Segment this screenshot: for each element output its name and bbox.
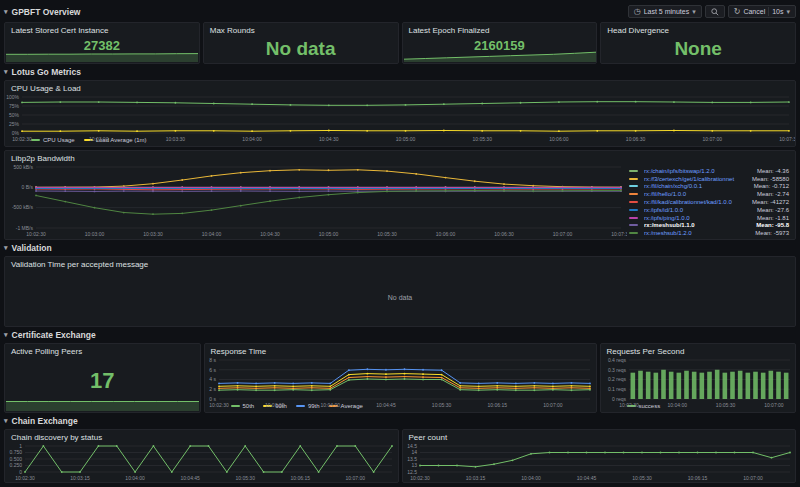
svg-text:10:05:30: 10:05:30: [632, 475, 652, 481]
svg-text:0.250: 0.250: [9, 462, 22, 468]
svg-text:10:07:00: 10:07:00: [743, 475, 763, 481]
magnifier-icon: [711, 8, 719, 16]
panel-latest-epoch-finalized: Latest Epoch Finalized 2160159: [402, 22, 598, 64]
svg-text:10:03:00: 10:03:00: [89, 136, 109, 142]
sparkline: [6, 391, 199, 411]
svg-text:10:05:30: 10:05:30: [377, 231, 397, 237]
svg-text:10:03:15: 10:03:15: [70, 475, 90, 481]
svg-text:10:02:30: 10:02:30: [209, 402, 229, 408]
legend-row[interactable]: rx:/fil/hello/1.0.0Mean: -2.74: [629, 191, 789, 198]
row-header-certificate-exchange[interactable]: ▾ Certificate Exchange: [4, 330, 796, 340]
svg-text:10:02:30: 10:02:30: [26, 231, 46, 237]
refresh-button[interactable]: ↻ Cancel 10s ▾: [728, 5, 796, 18]
svg-text:10:07:00: 10:07:00: [764, 402, 784, 408]
stat-value: No data: [204, 36, 398, 63]
row-title: Certificate Exchange: [12, 330, 96, 340]
row-title: Validation: [12, 243, 52, 253]
panel-response-time: Response Time 8 s6 s4 s2 s0 s10:02:3010:…: [204, 343, 597, 413]
svg-text:10:02:30: 10:02:30: [15, 475, 35, 481]
row-header-validation[interactable]: ▾ Validation: [4, 243, 796, 253]
svg-text:13.5: 13.5: [407, 456, 417, 462]
no-data-message: No data: [5, 270, 795, 326]
svg-text:0 s: 0 s: [209, 396, 216, 402]
svg-text:8 s: 8 s: [209, 357, 216, 363]
chevron-down-icon: ▾: [4, 8, 8, 16]
svg-text:10:04:00: 10:04:00: [202, 231, 222, 237]
svg-text:0.750: 0.750: [9, 449, 22, 455]
panel-title[interactable]: CPU Usage & Load: [5, 81, 795, 94]
svg-text:0: 0: [19, 469, 22, 475]
chain-discovery-chart[interactable]: 10.7500.5000.250010:02:3010:03:1510:04:0…: [5, 443, 398, 482]
legend-row[interactable]: rx:/ipfs/id/1.0.0Mean: -27.6: [629, 206, 789, 213]
time-range-picker[interactable]: ◷ Last 5 minutes ▾: [628, 5, 702, 18]
svg-text:10:03:30: 10:03:30: [143, 231, 163, 237]
panel-title[interactable]: Latest Epoch Finalized: [403, 23, 597, 36]
svg-text:12.5: 12.5: [407, 469, 417, 475]
svg-text:10:04:00: 10:04:00: [667, 402, 687, 408]
cpu-usage-chart[interactable]: 100%75%50%25%0%10:02:3010:03:0010:03:301…: [5, 94, 795, 137]
svg-text:10:05:00: 10:05:00: [319, 231, 339, 237]
panel-head-divergence: Head Divergence None: [600, 22, 796, 64]
panel-title[interactable]: Peer count: [403, 430, 796, 443]
panel-peer-count: Peer count 14.51413.51312.510:02:3010:03…: [402, 429, 797, 483]
panel-title[interactable]: Response Time: [205, 344, 596, 357]
svg-text:10:04:45: 10:04:45: [180, 475, 200, 481]
svg-text:10:04:00: 10:04:00: [125, 475, 145, 481]
panel-title[interactable]: Requests Per Second: [601, 344, 796, 357]
svg-text:10:06:00: 10:06:00: [549, 136, 569, 142]
panel-title[interactable]: Latest Stored Cert Instance: [5, 23, 199, 36]
panel-validation-time: Validation Time per accepted message No …: [4, 256, 796, 327]
legend-row[interactable]: rx:/meshsub/1.1.0Mean: -95.8: [629, 222, 789, 229]
row-title: Lotus Go Metrics: [12, 67, 81, 77]
svg-text:1: 1: [19, 443, 22, 449]
panel-title[interactable]: Validation Time per accepted message: [5, 257, 795, 270]
legend-row[interactable]: rx:/f3/certexch/get/1/calibrationnetMean…: [629, 175, 789, 182]
legend-row[interactable]: rx:/ipfs/ping/1.0.0Mean: -1.81: [629, 214, 789, 221]
legend-row[interactable]: rx:/fil/chain/xchg/0.0.1Mean: -0.712: [629, 183, 789, 190]
stat-value: None: [601, 36, 795, 63]
panel-cpu-usage-load: CPU Usage & Load 100%75%50%25%0%10:02:30…: [4, 80, 796, 147]
peer-count-chart[interactable]: 14.51413.51312.510:02:3010:03:1510:04:00…: [403, 443, 796, 482]
requests-per-second-chart[interactable]: 0.4 reqs0.3 reqs0.2 reqs0.1 reqs0 reqs10…: [601, 357, 796, 403]
svg-text:10:05:30: 10:05:30: [235, 475, 255, 481]
sparkline: [404, 47, 596, 62]
bandwidth-chart[interactable]: 500 kB/s0 B/s-500 kB/s-1 MB/s10:02:3010:…: [5, 164, 627, 238]
button-divider: [768, 7, 769, 16]
svg-text:14.5: 14.5: [407, 443, 417, 449]
svg-text:50%: 50%: [9, 112, 20, 118]
svg-text:10:02:30: 10:02:30: [12, 136, 32, 142]
svg-text:10:04:30: 10:04:30: [319, 136, 339, 142]
svg-text:10:07:00: 10:07:00: [543, 402, 563, 408]
panel-title[interactable]: Chain discovery by status: [5, 430, 398, 443]
panel-title[interactable]: Head Divergence: [601, 23, 795, 36]
panel-title[interactable]: Active Polling Peers: [5, 344, 200, 357]
time-range-label: Last 5 minutes: [644, 8, 690, 15]
panel-chain-discovery-by-status: Chain discovery by status 10.7500.5000.2…: [4, 429, 399, 483]
top-bar: ▾ GPBFT Overview ◷ Last 5 minutes ▾ ↻ Ca…: [4, 4, 796, 19]
row-header-lotus-go-metrics[interactable]: ▾ Lotus Go Metrics: [4, 67, 796, 77]
svg-text:0 reqs: 0 reqs: [612, 396, 626, 402]
response-time-chart[interactable]: 8 s6 s4 s2 s0 s10:02:3010:03:1510:04:001…: [205, 357, 596, 403]
row-header-chain-exchange[interactable]: ▾ Chain Exchange: [4, 416, 796, 426]
legend-row[interactable]: rx:/fil/kad/calibrationnet/kad/1.0.0Mean…: [629, 199, 789, 206]
chevron-down-icon: ▾: [4, 331, 8, 339]
bandwidth-body: 500 kB/s0 B/s-500 kB/s-1 MB/s10:02:3010:…: [5, 164, 795, 238]
refresh-interval-label: 10s: [772, 8, 783, 15]
svg-text:10:05:30: 10:05:30: [431, 402, 451, 408]
panel-title[interactable]: Libp2p Bandwidth: [5, 151, 795, 164]
svg-text:10:04:45: 10:04:45: [576, 475, 596, 481]
svg-text:13: 13: [411, 462, 417, 468]
stats-row: Latest Stored Cert Instance 27382 Max Ro…: [4, 22, 796, 64]
panel-max-rounds: Max Rounds No data: [203, 22, 399, 64]
row-header-gpbft-overview[interactable]: ▾ GPBFT Overview: [4, 7, 80, 17]
legend-row[interactable]: rx:/chain/ipfs/bitswap/1.2.0Mean: -4.36: [629, 167, 789, 174]
clock-icon: ◷: [634, 8, 641, 16]
zoom-out-button[interactable]: [705, 5, 725, 18]
svg-text:4 s: 4 s: [209, 376, 216, 382]
legend-row[interactable]: rx:/meshsub/1.2.0Mean: -5973: [629, 230, 789, 237]
panel-title[interactable]: Max Rounds: [204, 23, 398, 36]
svg-text:0%: 0%: [12, 130, 20, 136]
svg-text:10:07:30: 10:07:30: [779, 136, 795, 142]
bandwidth-legend: rx:/chain/ipfs/bitswap/1.2.0Mean: -4.36r…: [627, 164, 795, 238]
svg-text:500 kB/s: 500 kB/s: [14, 164, 34, 170]
